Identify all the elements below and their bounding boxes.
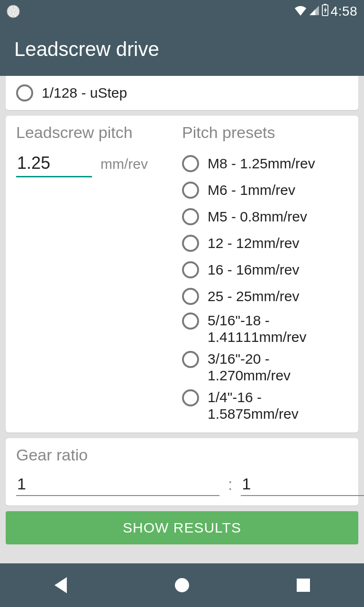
radio-unchecked-icon [182,261,199,278]
preset-label: 25 - 25mm/rev [208,288,299,305]
preset-option[interactable]: M6 - 1mm/rev [182,177,348,203]
svg-rect-1 [324,4,326,5]
radio-unchecked-icon [182,288,199,305]
show-results-button[interactable]: SHOW RESULTS [6,511,358,544]
pitch-presets-label: Pitch presets [182,123,348,142]
preset-option[interactable]: M5 - 0.8mm/rev [182,203,348,230]
preset-option[interactable]: M8 - 1.25mm/rev [182,150,348,177]
radio-unchecked-icon [182,182,199,199]
recent-button[interactable] [294,576,313,595]
preset-label: 1/4"-16 - 1.5875mm/rev [208,389,348,422]
radio-unchecked-icon [182,235,199,252]
radio-unchecked-icon [182,351,199,368]
preset-label: M6 - 1mm/rev [208,182,295,199]
wifi-icon [294,4,307,19]
ustep-option-row[interactable]: 1/128 - uStep [16,83,348,103]
back-button[interactable] [51,576,70,595]
pitch-presets-list: M8 - 1.25mm/rev M6 - 1mm/rev M5 - 0.8mm/… [182,150,348,425]
preset-option[interactable]: 25 - 25mm/rev [182,283,348,310]
gear-ratio-separator: : [228,475,232,494]
radio-unchecked-icon [182,155,199,172]
cell-signal-icon [309,4,319,19]
pitch-label: Leadscrew pitch [16,123,177,142]
preset-option[interactable]: 5/16"-18 - 1.41111mm/rev [182,310,348,348]
ustep-option-label: 1/128 - uStep [42,85,127,101]
navigation-bar [0,563,364,607]
radio-unchecked-icon [16,84,33,101]
home-button[interactable] [173,576,191,595]
gear-right-input[interactable] [241,473,364,496]
radio-unchecked-icon [182,313,199,330]
preset-label: 16 - 16mm/rev [208,262,299,278]
gear-card: Gear ratio : [6,438,358,506]
radio-unchecked-icon [182,208,199,225]
preset-option[interactable]: 3/16"-20 - 1.270mm/rev [182,348,348,386]
preset-option[interactable]: 16 - 16mm/rev [182,257,348,283]
battery-charging-icon [321,4,329,19]
app-spinner-icon [7,5,20,18]
status-bar: 4:58 [0,0,364,23]
ustep-card: 1/128 - uStep [6,76,358,110]
content-area: 1/128 - uStep Leadscrew pitch mm/rev Pit… [0,76,364,563]
preset-label: 12 - 12mm/rev [208,235,299,252]
preset-option[interactable]: 1/4"-16 - 1.5875mm/rev [182,386,348,425]
pitch-card: Leadscrew pitch mm/rev Pitch presets M8 … [6,116,358,432]
page-title: Leadscrew drive [14,38,159,61]
back-icon [55,577,67,593]
app-bar: Leadscrew drive [0,23,364,76]
preset-label: 3/16"-20 - 1.270mm/rev [208,351,348,384]
status-clock: 4:58 [331,4,358,19]
pitch-input[interactable] [16,150,92,177]
preset-label: 5/16"-18 - 1.41111mm/rev [208,313,348,345]
preset-option[interactable]: 12 - 12mm/rev [182,230,348,257]
recent-icon [297,579,310,592]
preset-label: M5 - 0.8mm/rev [208,209,307,225]
preset-label: M8 - 1.25mm/rev [208,156,315,172]
radio-unchecked-icon [182,389,199,406]
home-icon [175,578,189,592]
gear-label: Gear ratio [16,446,348,464]
gear-left-input[interactable] [16,473,219,496]
pitch-unit: mm/rev [100,156,148,172]
